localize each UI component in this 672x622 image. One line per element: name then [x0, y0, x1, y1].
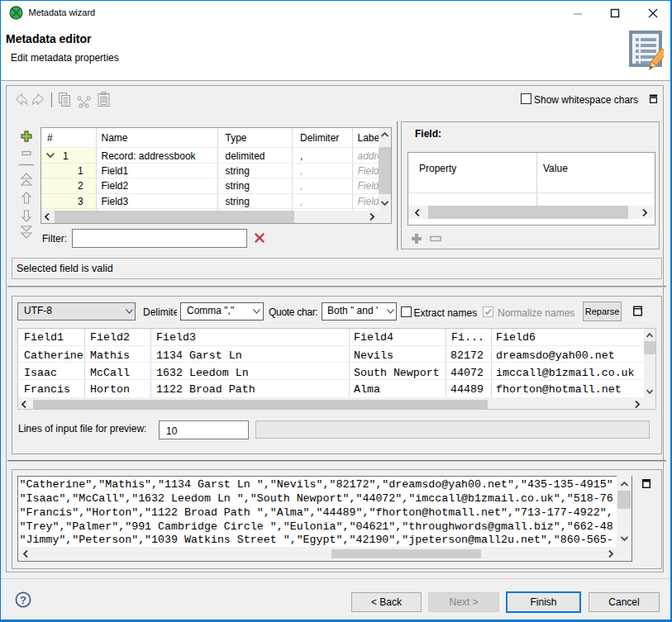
svg-text:?: ?: [20, 594, 26, 606]
